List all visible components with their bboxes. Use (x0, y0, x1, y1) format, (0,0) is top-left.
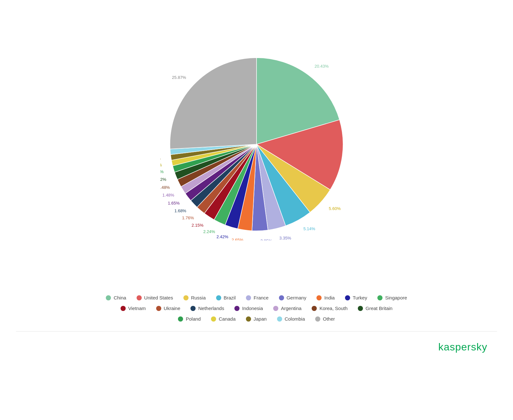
divider (16, 331, 497, 332)
legend-container: ChinaUnited StatesRussiaBrazilFranceGerm… (32, 289, 481, 328)
legend-dot-netherlands (190, 306, 196, 311)
legend-dot-russia (183, 295, 189, 300)
legend-dot-china (106, 295, 111, 300)
pie-label-russia: 5.60% (329, 206, 341, 211)
legend-row-2: PolandCanadaJapanColombiaOther (178, 316, 335, 322)
legend-item-vietnam: Vietnam (121, 306, 146, 311)
pie-wrapper: 20.43%13.37%5.60%5.14%3.35%2.95%2.65%2.4… (160, 48, 353, 240)
legend-item-poland: Poland (178, 316, 201, 322)
legend-label-canada: Canada (219, 316, 236, 322)
legend-item-brazil: Brazil (216, 295, 236, 300)
chart-container: 20.43%13.37%5.60%5.14%3.35%2.95%2.65%2.4… (0, 0, 513, 289)
pie-label-germany: 2.95% (260, 239, 272, 240)
legend-dot-japan (246, 316, 251, 322)
legend-item-india: India (316, 295, 335, 300)
legend-item-netherlands: Netherlands (190, 306, 224, 311)
legend-item-china: China (106, 295, 126, 300)
legend-item-singapore: Singapore (377, 295, 407, 300)
pie-label-ukraine: 1.76% (182, 215, 194, 220)
legend-dot-vietnam (121, 306, 126, 311)
legend-label-other: Other (323, 316, 335, 322)
pie-label-poland: 1.23% (160, 169, 164, 174)
pie-label-argentina: 1.48% (163, 193, 174, 197)
legend-label-ukraine: Ukraine (164, 306, 181, 311)
legend-label-brazil: Brazil (224, 295, 236, 300)
legend-label-china: China (114, 295, 126, 300)
legend-label-france: France (254, 295, 269, 300)
legend-label-russia: Russia (191, 295, 206, 300)
legend-label-great-britain: Great Britain (366, 306, 392, 311)
legend-item-ukraine: Ukraine (156, 306, 181, 311)
pie-label-france: 3.35% (279, 236, 291, 240)
legend-item-russia: Russia (183, 295, 206, 300)
pie-label-great-britain: 1.42% (160, 177, 166, 182)
legend-label-germany: Germany (287, 295, 307, 300)
legend-dot-great-britain (358, 306, 363, 311)
pie-label-korea--south: 1.48% (160, 185, 170, 190)
legend-dot-india (316, 295, 322, 300)
legend-row-1: VietnamUkraineNetherlandsIndonesiaArgent… (121, 306, 392, 311)
legend-dot-korea--south (312, 306, 317, 311)
pie-label-indonesia: 1.65% (168, 201, 180, 206)
legend-dot-indonesia (234, 306, 240, 311)
legend-item-argentina: Argentina (273, 306, 301, 311)
legend-dot-turkey (345, 295, 350, 300)
pie-label-singapore: 2.24% (203, 229, 215, 234)
legend-dot-brazil (216, 295, 221, 300)
pie-chart-svg: 20.43%13.37%5.60%5.14%3.35%2.95%2.65%2.4… (160, 48, 353, 240)
legend-dot-singapore (377, 295, 383, 300)
legend-label-poland: Poland (186, 316, 201, 322)
legend-label-vietnam: Vietnam (128, 306, 146, 311)
kaspersky-logo: kaspersky (438, 341, 487, 353)
legend-dot-france (246, 295, 251, 300)
legend-label-netherlands: Netherlands (198, 306, 224, 311)
legend-item-indonesia: Indonesia (234, 306, 263, 311)
legend-item-france: France (246, 295, 269, 300)
legend-label-singapore: Singapore (385, 295, 407, 300)
pie-label-other: 25.87% (172, 75, 186, 80)
pie-label-china: 20.43% (315, 64, 329, 69)
legend-dot-canada (211, 316, 216, 322)
pie-label-japan: 1.04% (160, 156, 161, 161)
legend-dot-germany (279, 295, 284, 300)
legend-label-india: India (324, 295, 335, 300)
pie-label-netherlands: 1.68% (174, 208, 186, 213)
legend-dot-argentina (273, 306, 278, 311)
legend-label-turkey: Turkey (353, 295, 367, 300)
pie-label-canada: 1.06% (160, 163, 162, 167)
legend-label-argentina: Argentina (281, 306, 301, 311)
legend-item-other: Other (315, 316, 335, 322)
legend-item-great-britain: Great Britain (358, 306, 392, 311)
legend-item-japan: Japan (246, 316, 267, 322)
legend-dot-colombia (277, 316, 282, 322)
legend-row-0: ChinaUnited StatesRussiaBrazilFranceGerm… (106, 295, 407, 300)
legend-label-japan: Japan (254, 316, 267, 322)
legend-item-korea--south: Korea, South (312, 306, 348, 311)
legend-item-canada: Canada (211, 316, 236, 322)
legend-label-united-states: United States (144, 295, 173, 300)
pie-label-turkey: 2.42% (216, 234, 228, 239)
legend-label-indonesia: Indonesia (242, 306, 263, 311)
legend-item-turkey: Turkey (345, 295, 367, 300)
legend-dot-poland (178, 316, 183, 322)
pie-label-india: 2.65% (231, 238, 243, 240)
legend-item-united-states: United States (137, 295, 173, 300)
pie-label-brazil: 5.14% (303, 226, 315, 231)
pie-label-vietnam: 2.15% (192, 223, 204, 228)
legend-dot-other (315, 316, 320, 322)
legend-dot-united-states (137, 295, 142, 300)
legend-item-germany: Germany (279, 295, 307, 300)
legend-label-korea--south: Korea, South (319, 306, 348, 311)
legend-item-colombia: Colombia (277, 316, 305, 322)
legend-dot-ukraine (156, 306, 161, 311)
legend-label-colombia: Colombia (285, 316, 305, 322)
pie-segment-other (170, 58, 256, 149)
